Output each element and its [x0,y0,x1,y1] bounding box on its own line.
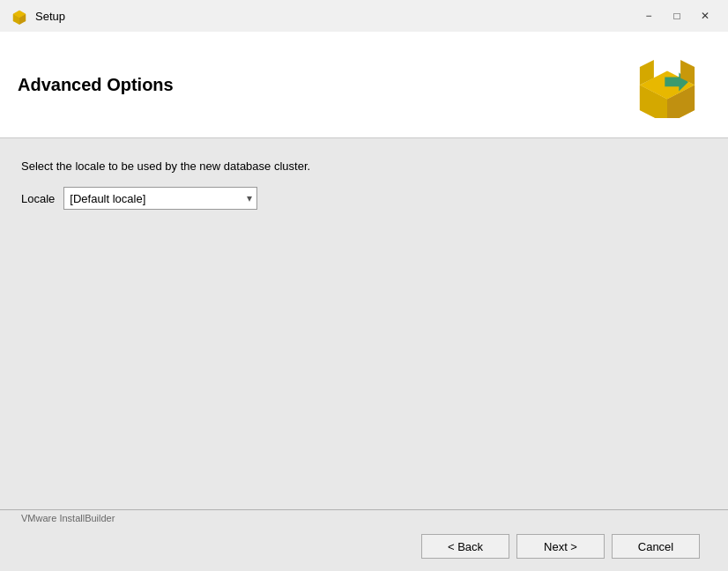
app-icon [11,7,28,25]
locale-label: Locale [21,192,55,205]
main-content: Select the locale to be used by the new … [0,138,728,509]
locale-row: Locale [Default locale] en_US.UTF-8 en_G… [21,187,707,210]
footer: VMware InstallBuilder < Back Next > Canc… [0,509,728,571]
close-button[interactable]: ✕ [693,7,717,25]
locale-select[interactable]: [Default locale] en_US.UTF-8 en_GB.UTF-8… [63,187,257,210]
title-bar: Setup − □ ✕ [0,0,728,32]
window-controls: − □ ✕ [636,7,717,25]
cancel-button[interactable]: Cancel [612,534,700,559]
page-title: Advanced Options [18,75,174,95]
minimize-button[interactable]: − [636,7,661,25]
back-button[interactable]: < Back [421,534,509,559]
footer-buttons: < Back Next > Cancel [14,525,714,571]
header-section: Advanced Options [0,32,728,138]
header-logo [628,49,707,120]
maximize-button[interactable]: □ [665,7,689,25]
next-button[interactable]: Next > [516,534,605,559]
description-text: Select the locale to be used by the new … [21,159,707,173]
brand-label: VMware InstallBuilder [18,513,118,523]
title-bar-left: Setup [11,7,65,25]
window-title: Setup [35,10,65,23]
locale-select-wrapper[interactable]: [Default locale] en_US.UTF-8 en_GB.UTF-8… [63,187,257,210]
